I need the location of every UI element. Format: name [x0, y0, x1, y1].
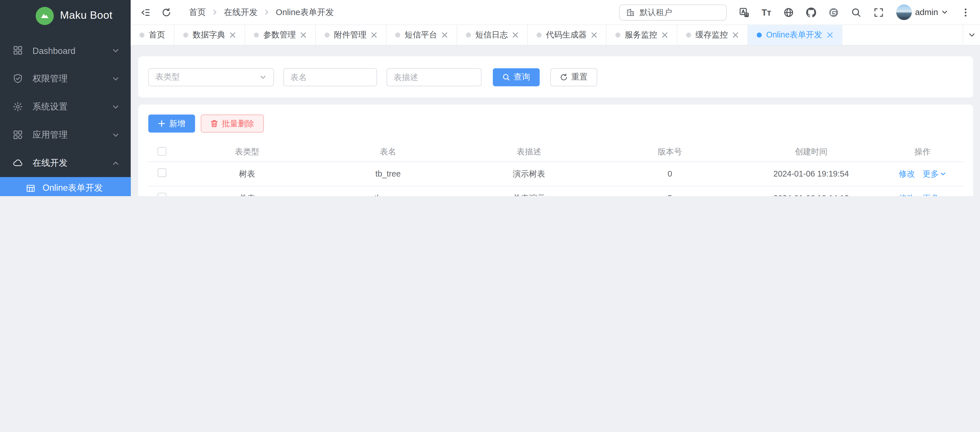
row-checkbox[interactable]	[158, 168, 167, 177]
chevron-down-icon	[112, 103, 119, 110]
column-header: 表名	[318, 143, 458, 161]
sidebar-item-system-settings[interactable]: 系统设置	[0, 92, 131, 121]
chevron-down-icon	[259, 73, 266, 80]
tab-close-icon[interactable]	[371, 32, 377, 38]
cell-table-name: tb_user	[318, 186, 458, 196]
font-size-icon[interactable]: Tт	[762, 8, 771, 17]
sidebar-item-app-management[interactable]: 应用管理	[0, 121, 131, 149]
app-root: Maku Boot Dashboard 权限管理 系统设置 应用管理	[0, 0, 980, 196]
tab-data-dict[interactable]: 数据字典	[175, 25, 245, 45]
tenant-value: 默认租户	[640, 6, 672, 18]
cell-table-type: 单表	[177, 186, 318, 196]
breadcrumb-item[interactable]: 在线开发	[224, 6, 258, 18]
table-icon	[25, 183, 35, 193]
breadcrumb-item[interactable]: 首页	[189, 6, 206, 18]
tab-status-dot	[254, 33, 259, 38]
chevron-right-icon	[212, 9, 218, 16]
fullscreen-icon[interactable]	[874, 7, 884, 17]
user-menu[interactable]: admin	[896, 4, 948, 20]
github-icon[interactable]	[807, 7, 816, 17]
tenant-select[interactable]: 默认租户	[619, 4, 727, 20]
table-name-input[interactable]	[283, 68, 377, 86]
column-header: 创建时间	[740, 143, 882, 161]
search-icon[interactable]	[851, 7, 861, 17]
add-button[interactable]: 新增	[148, 115, 195, 132]
tab-status-dot	[183, 33, 188, 38]
chevron-down-icon	[940, 171, 946, 177]
tab-close-icon[interactable]	[300, 32, 306, 38]
header-left: 首页 在线开发 Online表单开发	[140, 6, 334, 18]
tab-code-generator[interactable]: 代码生成器	[528, 25, 607, 45]
chevron-down-icon	[112, 75, 119, 82]
batch-delete-button[interactable]: 批量删除	[200, 115, 264, 132]
table-type-placeholder: 表类型	[156, 71, 180, 83]
search-button[interactable]: 查询	[493, 68, 539, 86]
tab-close-icon[interactable]	[827, 32, 833, 38]
fold-sidebar-icon[interactable]	[140, 7, 150, 17]
more-dots-icon[interactable]	[961, 7, 970, 17]
tab-home[interactable]: 首页	[131, 25, 175, 45]
tab-close-icon[interactable]	[441, 32, 448, 38]
sidebar-item-online-dev[interactable]: 在线开发	[0, 149, 131, 177]
tab-close-icon[interactable]	[591, 32, 597, 38]
tab-cache-monitor[interactable]: 缓存监控	[677, 25, 748, 45]
header-right: 默认租户 Tт admin	[619, 4, 970, 20]
more-link[interactable]: 更多	[923, 193, 946, 196]
main-area: 首页 在线开发 Online表单开发 默认租户 Tт	[131, 0, 980, 196]
more-link[interactable]: 更多	[923, 168, 946, 179]
tab-status-dot	[757, 33, 762, 38]
cell-table-type: 树表	[177, 161, 318, 186]
tab-sms-platform[interactable]: 短信平台	[387, 25, 457, 45]
chevron-right-icon	[263, 9, 270, 16]
content: 表类型 查询 重置 新增	[131, 46, 980, 196]
refresh-icon	[560, 73, 568, 81]
filter-card: 表类型 查询 重置	[138, 56, 973, 97]
tab-online-form-dev[interactable]: Online表单开发	[748, 25, 842, 45]
refresh-icon[interactable]	[161, 7, 171, 17]
tab-close-icon[interactable]	[512, 32, 519, 38]
mountain-icon	[36, 6, 54, 25]
breadcrumb-item-current: Online表单开发	[276, 6, 334, 18]
apps-icon	[13, 129, 23, 140]
username: admin	[915, 7, 938, 17]
sidebar-item-dashboard[interactable]: Dashboard	[0, 36, 131, 64]
table-type-select[interactable]: 表类型	[148, 68, 274, 86]
tab-attachment-mgmt[interactable]: 附件管理	[316, 25, 387, 45]
sidebar-item-online-form-dev[interactable]: Online表单开发	[0, 177, 131, 196]
gitee-icon[interactable]	[829, 7, 839, 17]
tab-status-dot	[686, 33, 691, 38]
edit-link[interactable]: 修改	[899, 169, 915, 178]
globe-icon[interactable]	[784, 7, 794, 17]
table-row: 树表 tb_tree 演示树表 0 2024-01-06 19:19:54 修改…	[148, 161, 963, 186]
chevron-up-icon	[112, 159, 119, 167]
tab-status-dot	[466, 33, 471, 38]
table-card: 新增 批量删除 表类型 表名	[138, 104, 973, 196]
logo: Maku Boot	[0, 0, 131, 31]
tab-status-dot	[395, 33, 400, 38]
cell-version: 0	[600, 161, 741, 186]
sidebar-menu: Dashboard 权限管理 系统设置 应用管理 在线开发	[0, 31, 131, 196]
sidebar-item-permissions[interactable]: 权限管理	[0, 64, 131, 92]
tab-close-icon[interactable]	[732, 32, 738, 38]
table-desc-input[interactable]	[386, 68, 481, 86]
tab-param-mgmt[interactable]: 参数管理	[245, 25, 316, 45]
row-checkbox[interactable]	[158, 193, 167, 196]
cell-table-desc: 演示树表	[458, 161, 600, 186]
tabs-overflow-toggle[interactable]	[963, 25, 980, 45]
breadcrumb: 首页 在线开发 Online表单开发	[189, 6, 334, 18]
cell-created: 2024-01-06 19:14:12	[740, 186, 882, 196]
cell-table-name: tb_tree	[318, 161, 458, 186]
tab-sms-log[interactable]: 短信日志	[457, 25, 528, 45]
gear-icon	[13, 101, 23, 112]
tab-status-dot	[140, 33, 145, 38]
translate-icon[interactable]	[739, 7, 749, 17]
tab-close-icon[interactable]	[229, 32, 236, 38]
reset-button[interactable]: 重置	[550, 68, 597, 86]
select-all-checkbox[interactable]	[158, 147, 167, 156]
table-header-row: 表类型 表名 表描述 版本号 创建时间 操作	[148, 143, 963, 161]
edit-link[interactable]: 修改	[899, 193, 915, 196]
tab-close-icon[interactable]	[662, 32, 668, 38]
cloud-icon	[13, 158, 23, 168]
tab-service-monitor[interactable]: 服务监控	[607, 25, 677, 45]
tab-status-dot	[616, 33, 620, 38]
